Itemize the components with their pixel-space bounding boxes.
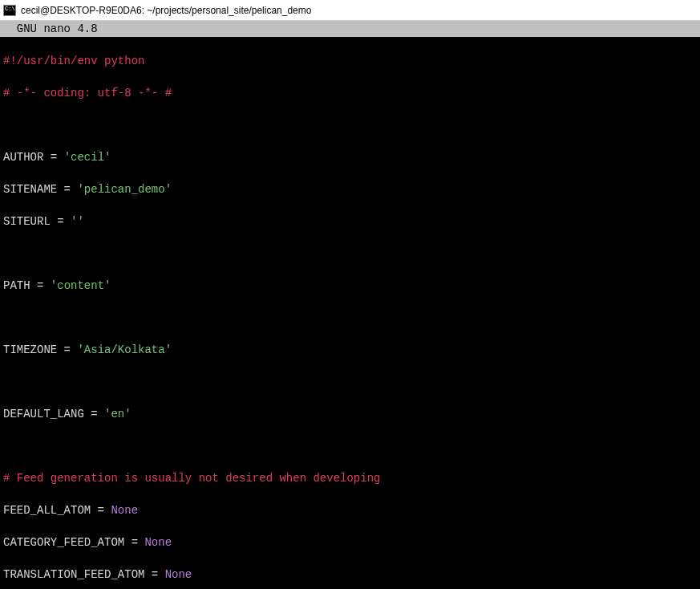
val-timezone: 'Asia/Kolkata' [77,343,172,356]
var-translation-feed-atom: TRANSLATION_FEED_ATOM [3,568,144,581]
var-path: PATH [3,279,30,292]
var-timezone: TIMEZONE [3,343,57,356]
coding-line: # -*- coding: utf-8 -*- # [3,87,172,100]
val-siteurl: '' [71,215,84,228]
var-category-feed-atom: CATEGORY_FEED_ATOM [3,536,124,549]
shebang-line: #!/usr/bin/env python [3,55,144,67]
editor-content[interactable]: #!/usr/bin/env python # -*- coding: utf-… [0,37,700,589]
var-siteurl: SITEURL [3,215,51,228]
var-lang: DEFAULT_LANG [3,408,84,420]
window-titlebar: cecil@DESKTOP-R9E0DA6: ~/projects/person… [0,0,700,21]
terminal-body[interactable]: GNU nano 4.8 #!/usr/bin/env python # -*-… [0,21,700,589]
val-author: 'cecil' [64,151,111,164]
comment-feed: # Feed generation is usually not desired… [3,472,380,485]
terminal-icon [3,5,16,16]
val-sitename: 'pelican_demo' [77,183,172,196]
window-title: cecil@DESKTOP-R9E0DA6: ~/projects/person… [21,5,311,16]
var-feed-all-atom: FEED_ALL_ATOM [3,504,91,517]
nano-header: GNU nano 4.8 [0,21,700,37]
val-lang: 'en' [104,408,132,420]
var-sitename: SITENAME [3,183,57,196]
val-path: 'content' [51,279,111,292]
var-author: AUTHOR [3,151,43,164]
